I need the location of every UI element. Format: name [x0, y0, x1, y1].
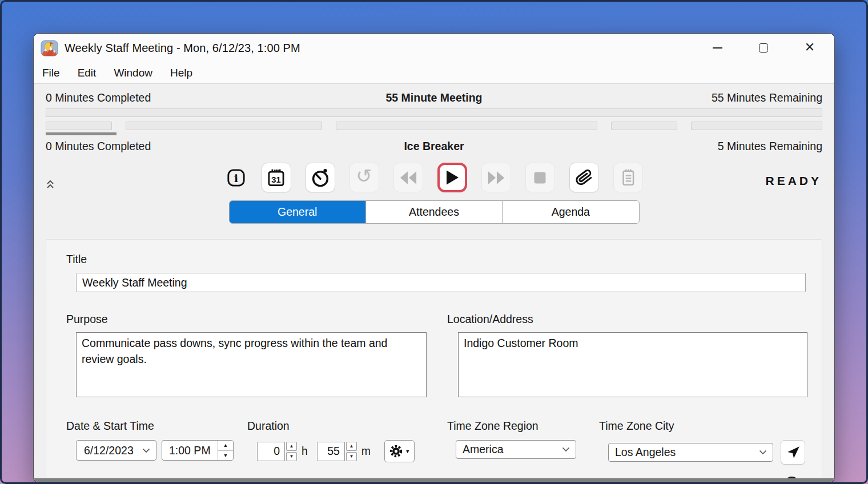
- rewind-button: [393, 163, 423, 192]
- tz-region-select[interactable]: America: [456, 440, 576, 459]
- minutes-unit-label: m: [361, 445, 371, 458]
- calendar-button[interactable]: 31: [262, 163, 291, 192]
- minutes-down-button[interactable]: ▼: [346, 452, 357, 461]
- tab-agenda[interactable]: Agenda: [502, 201, 638, 223]
- tz-region-label: Time Zone Region: [447, 420, 599, 433]
- current-item-labels: 0 Minutes Completed Ice Breaker 5 Minute…: [46, 140, 822, 153]
- maximize-button[interactable]: [755, 39, 772, 57]
- notes-button: [613, 163, 643, 192]
- minimize-icon: [713, 47, 722, 49]
- close-button[interactable]: ×: [801, 39, 818, 57]
- gear-icon: [389, 444, 403, 458]
- progress-segment: [336, 122, 597, 130]
- tab-general[interactable]: General: [230, 201, 365, 223]
- current-item-label: Ice Breaker: [46, 140, 822, 153]
- rewind-icon: [400, 171, 417, 184]
- info-icon: i: [226, 168, 246, 188]
- fast-forward-icon: [488, 171, 505, 184]
- detect-timezone-button[interactable]: [781, 440, 805, 465]
- date-value: 6/12/2023: [84, 444, 134, 457]
- minimize-button[interactable]: [709, 39, 726, 57]
- reset-icon: ↺: [356, 166, 372, 185]
- menubar: File Edit Window Help: [34, 62, 834, 84]
- reset-button: ↺: [349, 163, 379, 192]
- svg-text:i: i: [234, 172, 238, 184]
- progress-segment-current: [46, 122, 112, 130]
- datetime-label: Date & Start Time: [66, 420, 247, 433]
- tab-bar: General Attendees Agenda: [229, 200, 640, 224]
- time-down-button[interactable]: ▼: [218, 451, 233, 461]
- hours-down-button[interactable]: ▼: [286, 452, 297, 461]
- svg-text:31: 31: [271, 175, 280, 184]
- duration-hours-input[interactable]: [257, 442, 285, 461]
- menu-edit[interactable]: Edit: [77, 66, 98, 80]
- notes-icon: [618, 168, 638, 187]
- menu-file[interactable]: File: [41, 66, 61, 80]
- chevron-down-icon: [562, 447, 570, 452]
- agenda-segment-bar: [46, 122, 822, 130]
- title-label: Title: [66, 253, 822, 266]
- toolbar: i 31: [46, 162, 822, 193]
- chevrons-up-icon[interactable]: [46, 180, 54, 189]
- purpose-label: Purpose: [66, 313, 427, 326]
- duration-label: Duration: [247, 420, 447, 433]
- progress-segment: [691, 122, 822, 130]
- location-label: Location/Address: [447, 313, 807, 326]
- chevron-down-icon: [142, 448, 150, 453]
- date-dropdown[interactable]: 6/12/2023: [76, 440, 156, 461]
- gear-dropdown-arrow-icon: ▼: [405, 449, 410, 454]
- fast-forward-button: [481, 163, 511, 192]
- app-icon: [41, 40, 58, 57]
- app-window: Weekly Staff Meeting - Mon, 6/12/23, 1:0…: [33, 33, 835, 483]
- navigation-arrow-icon: [786, 445, 801, 460]
- time-spinner[interactable]: 1:00 PM ▲ ▼: [162, 440, 234, 461]
- play-icon: [445, 170, 459, 185]
- paperclip-icon: [574, 168, 594, 187]
- duration-options-button[interactable]: ▼: [384, 440, 415, 462]
- attachment-button[interactable]: [569, 163, 599, 192]
- progress-segment: [126, 122, 322, 130]
- maximize-icon: [759, 43, 768, 53]
- duration-minutes-input[interactable]: [317, 442, 345, 461]
- stop-icon: [534, 172, 546, 184]
- title-input[interactable]: [76, 273, 806, 292]
- chevron-down-icon: [759, 450, 767, 455]
- stop-button: [525, 163, 555, 192]
- titlebar: Weekly Staff Meeting - Mon, 6/12/23, 1:0…: [34, 34, 834, 62]
- menu-help[interactable]: Help: [169, 66, 194, 80]
- general-tab-panel: Title Purpose Communicate pass downs, sy…: [46, 239, 822, 481]
- hours-up-button[interactable]: ▲: [286, 442, 297, 451]
- purpose-textarea[interactable]: Communicate pass downs, sync progress wi…: [76, 332, 427, 397]
- location-textarea[interactable]: Indigo Customer Room: [458, 332, 807, 397]
- bottom-divider: [34, 478, 834, 482]
- tz-city-label: Time Zone City: [599, 420, 822, 433]
- progress-segment: [611, 122, 677, 130]
- time-value: 1:00 PM: [162, 441, 218, 460]
- overall-progress-labels: 0 Minutes Completed 55 Minute Meeting 55…: [46, 91, 822, 104]
- menu-window[interactable]: Window: [112, 66, 154, 80]
- status-badge: READY: [765, 174, 822, 188]
- tz-region-value: America: [463, 443, 504, 456]
- info-button[interactable]: i: [226, 163, 247, 192]
- timer-button[interactable]: [306, 163, 335, 192]
- minutes-up-button[interactable]: ▲: [346, 442, 357, 451]
- calendar-31-icon: 31: [266, 168, 286, 188]
- tab-attendees[interactable]: Attendees: [365, 201, 502, 223]
- tz-city-value: Los Angeles: [615, 446, 676, 459]
- window-title: Weekly Staff Meeting - Mon, 6/12/23, 1:0…: [65, 42, 300, 55]
- hours-unit-label: h: [302, 445, 308, 458]
- meeting-length-label: 55 Minute Meeting: [46, 91, 822, 104]
- stopwatch-icon: [310, 167, 331, 188]
- close-icon: ×: [805, 39, 815, 55]
- meeting-progress-bar: [46, 108, 822, 117]
- time-up-button[interactable]: ▲: [218, 441, 233, 451]
- tz-city-select[interactable]: Los Angeles: [608, 443, 773, 462]
- play-button[interactable]: [437, 163, 467, 192]
